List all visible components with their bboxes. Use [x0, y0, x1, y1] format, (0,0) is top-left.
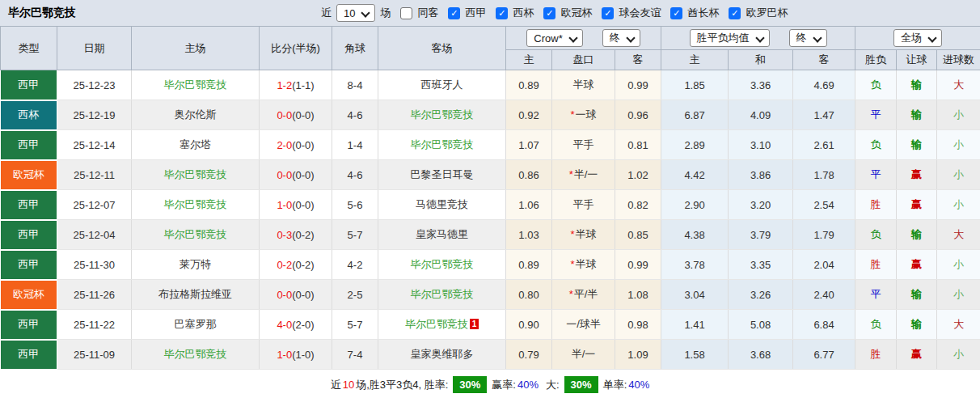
over-rate-badge: 30% [564, 376, 598, 393]
home-team-cell: 奥尔伦斯 [132, 100, 260, 130]
date-cell: 25-12-19 [57, 100, 132, 130]
result-cell: 胜 [855, 250, 897, 280]
col-header-handicap-res: 让球 [897, 50, 937, 70]
score-cell: 0-2(0-2) [260, 250, 332, 280]
league-checkbox[interactable]: ✓ [602, 7, 614, 19]
avg-draw-cell: 3.68 [729, 340, 793, 370]
chevron-down-icon [813, 35, 821, 42]
bookmaker-select[interactable]: Crow* [526, 29, 582, 47]
league-checkbox[interactable]: ✓ [543, 7, 555, 19]
league-checkbox[interactable]: ✓ [670, 7, 682, 19]
average-type-select[interactable]: 胜平负均值 [690, 29, 770, 47]
competition-badge: 西甲 [1, 250, 57, 280]
score-cell: 0-3(0-2) [260, 220, 332, 250]
away-team-cell: 毕尔巴鄂竞技 [378, 280, 506, 310]
crow-away-odds-cell: 1.08 [615, 280, 661, 310]
home-team-cell: 莱万特 [132, 250, 260, 280]
home-team-cell: 巴塞罗那 [132, 310, 260, 340]
handicap-star: * [569, 288, 573, 300]
match-row: 欧冠杯25-11-26布拉格斯拉维亚0-0(0-0)2-5毕尔巴鄂竞技0.80*… [1, 280, 980, 310]
result-cell: 胜 [855, 340, 897, 370]
odds-time-select[interactable]: 终 [602, 29, 640, 47]
score-cell: 0-0(0-0) [260, 280, 332, 310]
win-rate-badge: 30% [453, 376, 487, 393]
near-label: 近 [321, 6, 332, 20]
handicap-cell: *半/一 [552, 160, 615, 190]
avg-home-cell: 3.78 [661, 250, 729, 280]
match-row: 西甲25-12-07毕尔巴鄂竞技1-0(0-0)5-6马德里竞技1.06平手0.… [1, 190, 980, 220]
full-score: 0-2 [277, 259, 292, 271]
league-checkbox-label: 酋长杯 [687, 6, 719, 19]
handicap-result-cell: 输 [897, 100, 937, 130]
handicap-result-cell: 输 [897, 220, 937, 250]
crow-away-odds-cell: 0.99 [615, 250, 661, 280]
handicap-cell: *平/半 [552, 280, 615, 310]
home-team-cell: 毕尔巴鄂竞技 [132, 220, 260, 250]
col-header-avg-draw: 和 [729, 50, 793, 70]
top-bar: 毕尔巴鄂竞技 近 10 场 同客 ✓西甲✓西杯✓欧冠杯✓球会友谊✓酋长杯✓欧罗巴… [0, 0, 980, 26]
away-team-name: 巴黎圣日耳曼 [411, 168, 474, 180]
col-header-date: 日期 [57, 27, 132, 70]
handicap-result-cell: 赢 [897, 160, 937, 190]
league-checkbox[interactable]: ✓ [729, 7, 741, 19]
handicap-text: 平手 [573, 198, 594, 210]
avg-home-cell: 2.89 [661, 130, 729, 160]
match-row: 西甲25-11-30莱万特0-2(0-2)4-2毕尔巴鄂竞技0.89*半球0.9… [1, 250, 980, 280]
away-team-name: 马德里竞技 [416, 198, 468, 210]
avg-away-cell: 1.78 [793, 160, 855, 190]
chevron-down-icon [756, 35, 763, 42]
avg-home-cell: 2.90 [661, 190, 729, 220]
crow-away-odds-cell: 1.09 [615, 340, 661, 370]
competition-badge: 欧冠杯 [1, 280, 57, 310]
corner-cell: 5-6 [332, 190, 378, 220]
crow-home-odds-cell: 0.79 [506, 340, 552, 370]
handicap-cell: *一球 [552, 100, 615, 130]
summary-text: 场,胜3平3负4, 胜率: [356, 378, 448, 392]
handicap-text: 平手 [573, 138, 594, 150]
home-team-cell: 布拉格斯拉维亚 [132, 280, 260, 310]
goals-result-cell: 大 [937, 310, 980, 340]
handicap-result-cell: 赢 [897, 250, 937, 280]
handicap-text: 半/一 [572, 348, 596, 360]
half-score: (0-0) [292, 109, 314, 121]
crow-home-odds-cell: 0.89 [506, 250, 552, 280]
away-team-cell: 巴黎圣日耳曼 [378, 160, 506, 190]
competition-badge: 西甲 [1, 220, 57, 250]
full-score: 4-0 [277, 319, 292, 331]
league-checkbox[interactable]: ✓ [448, 7, 460, 19]
col-header-away: 客场 [378, 27, 506, 70]
red-card-badge: 1 [470, 319, 479, 329]
away-team-cell: 毕尔巴鄂竞技 [378, 100, 506, 130]
avg-draw-cell: 4.09 [729, 100, 793, 130]
chevron-down-icon [361, 10, 369, 17]
scope-select[interactable]: 全场 [893, 29, 942, 47]
full-score: 0-0 [277, 109, 292, 121]
corner-cell: 5-7 [332, 310, 378, 340]
average-time-select[interactable]: 终 [789, 29, 827, 47]
away-team-name: 皇家奥维耶多 [411, 348, 474, 360]
away-team-cell: 马德里竞技 [378, 190, 506, 220]
crow-home-odds-cell: 0.92 [506, 100, 552, 130]
match-row: 西甲25-12-14塞尔塔2-0(0-0)1-4毕尔巴鄂竞技1.07平手0.81… [1, 130, 980, 160]
avg-away-cell: 2.54 [793, 190, 855, 220]
handicap-result-cell: 输 [897, 310, 937, 340]
handicap-cell: 平手 [552, 130, 615, 160]
handicap-result-cell: 赢 [897, 190, 937, 220]
crow-away-odds-cell: 1.02 [615, 160, 661, 190]
full-score: 1-2 [277, 79, 292, 91]
crow-home-odds-cell: 0.86 [506, 160, 552, 190]
crow-home-odds-cell: 0.90 [506, 310, 552, 340]
league-checkbox-label: 欧罗巴杯 [746, 6, 788, 19]
half-score: (0-0) [292, 139, 314, 151]
match-count-select[interactable]: 10 [336, 4, 375, 22]
handicap-result-cell: 输 [897, 130, 937, 160]
match-history-panel: 毕尔巴鄂竞技 近 10 场 同客 ✓西甲✓西杯✓欧冠杯✓球会友谊✓酋长杯✓欧罗巴… [0, 0, 980, 398]
crow-away-odds-cell: 0.82 [615, 190, 661, 220]
crow-away-odds-cell: 0.98 [615, 310, 661, 340]
same-venue-checkbox[interactable] [400, 7, 412, 19]
handicap-cell: 平手 [552, 190, 615, 220]
away-team-cell: 皇家奥维耶多 [378, 340, 506, 370]
away-team-name: 皇家马德里 [416, 228, 468, 240]
team-title: 毕尔巴鄂竞技 [8, 6, 76, 20]
league-checkbox[interactable]: ✓ [496, 7, 508, 19]
